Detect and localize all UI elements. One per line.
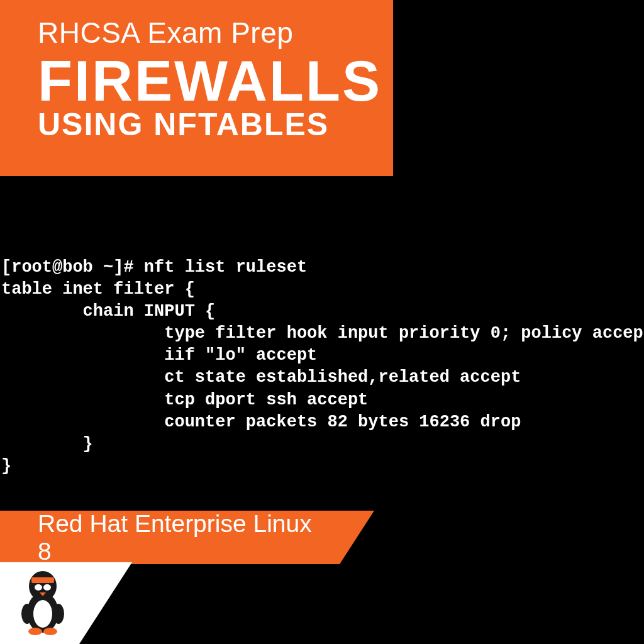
footer-banner: Red Hat Enterprise Linux 8 bbox=[0, 511, 374, 564]
terminal-line: chain INPUT { bbox=[1, 302, 215, 321]
terminal-line: } bbox=[1, 457, 11, 475]
terminal-line: tcp dport ssh accept bbox=[1, 391, 368, 409]
terminal-prompt: [root@bob ~]# bbox=[1, 258, 144, 277]
main-title: FIREWALLS bbox=[38, 53, 365, 109]
terminal-line: iif "lo" accept bbox=[1, 346, 317, 365]
svg-point-7 bbox=[53, 604, 64, 624]
title-banner: RHCSA Exam Prep FIREWALLS USING NFTABLES bbox=[0, 0, 393, 176]
terminal-line: } bbox=[1, 435, 93, 453]
terminal-command: nft list ruleset bbox=[144, 258, 307, 277]
logo-panel bbox=[0, 562, 132, 644]
terminal-line: counter packets 82 bytes 16236 drop bbox=[1, 413, 521, 431]
terminal-line: ct state established,related accept bbox=[1, 368, 521, 387]
svg-rect-3 bbox=[31, 577, 54, 583]
svg-point-9 bbox=[43, 628, 57, 635]
svg-point-6 bbox=[21, 604, 33, 624]
footer-text: Red Hat Enterprise Linux 8 bbox=[38, 510, 321, 565]
terminal-output: [root@bob ~]# nft list ruleset table ine… bbox=[1, 257, 644, 477]
svg-point-2 bbox=[33, 600, 52, 628]
subtitle-top: RHCSA Exam Prep bbox=[38, 16, 365, 50]
penguin-logo-icon bbox=[18, 569, 68, 638]
svg-point-4 bbox=[35, 584, 42, 591]
svg-point-8 bbox=[28, 628, 42, 635]
subtitle-bottom: USING NFTABLES bbox=[38, 106, 365, 143]
svg-point-5 bbox=[43, 584, 51, 591]
terminal-line: table inet filter { bbox=[1, 280, 195, 299]
terminal-line: type filter hook input priority 0; polic… bbox=[1, 324, 644, 343]
